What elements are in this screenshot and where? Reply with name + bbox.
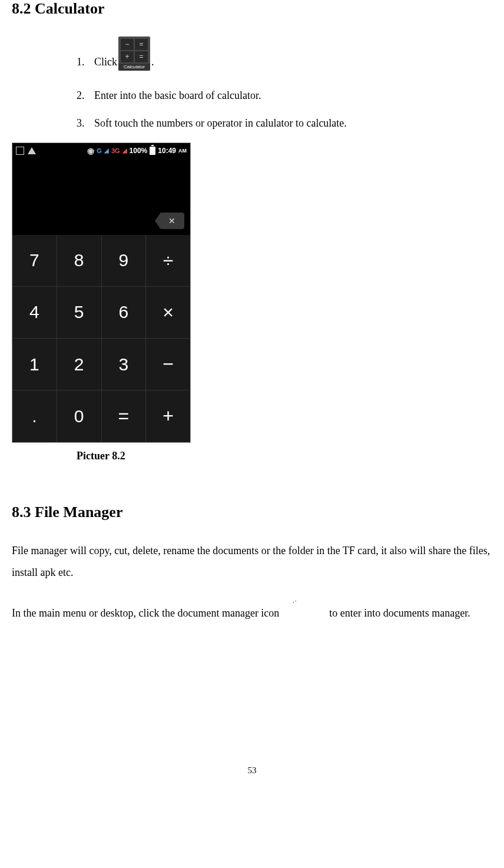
key-1[interactable]: 1 [12,339,57,390]
calc-icon-label: Calculator [118,64,150,71]
step-text-after: . [151,56,154,68]
notification-icon [16,147,24,155]
key-plus[interactable]: + [146,390,190,442]
calculator-app-icon: − = + = Calculator [118,37,150,71]
battery-icon [150,147,155,155]
step-text: Enter into the basic board of calculator… [94,87,261,104]
key-7[interactable]: 7 [12,235,57,286]
calculator-steps: 1. Click − = + = Calculator . 2. Enter i… [12,37,492,132]
step-text-before: Click [94,56,117,68]
key-5[interactable]: 5 [57,287,101,338]
step-text: Soft touch the numbers or operator in ca… [94,115,347,132]
backspace-icon: ✕ [168,216,175,226]
step-number: 3. [77,115,94,132]
calc-icon-cell: + [121,51,134,62]
key-8[interactable]: 8 [57,235,101,286]
step-number: 1. [77,54,94,71]
signal-3g-label: 3G [111,147,120,154]
step-number: 2. [77,87,94,104]
key-0[interactable]: 0 [57,390,101,442]
step-2: 2. Enter into the basic board of calcula… [77,87,492,104]
key-9[interactable]: 9 [102,235,146,286]
backspace-button[interactable]: ✕ [160,213,184,229]
file-manager-para2: In the main menu or desktop, click the d… [12,598,492,630]
step-1: 1. Click − = + = Calculator . [77,37,492,71]
status-time: 10:49 [158,147,176,155]
warning-icon [28,147,36,154]
key-minus[interactable]: − [146,339,190,390]
calculator-screenshot: ◉ G ◢ 3G ◢ 100% 10:49 AM ✕ 7 8 9 ÷ 4 5 6… [12,143,191,443]
key-6[interactable]: 6 [102,287,146,338]
figure-caption: Pictuer 8.2 [12,450,492,462]
calculator-keypad: 7 8 9 ÷ 4 5 6 × 1 2 3 − . 0 = + [12,235,190,442]
file-manager-app-icon: File Manager [284,598,324,630]
calc-icon-cell: − [121,39,134,50]
key-3[interactable]: 3 [102,339,146,390]
status-bar: ◉ G ◢ 3G ◢ 100% 10:49 AM [12,143,190,158]
heading-calculator: 8.2 Calculator [12,0,492,18]
key-equals[interactable]: = [102,390,146,442]
calc-icon-cell: = [135,51,148,62]
battery-percent: 100% [130,147,148,155]
step-3: 3. Soft touch the numbers or operator in… [77,115,492,132]
signal-g-label: G [97,147,102,154]
key-multiply[interactable]: × [146,287,190,338]
para2-before: In the main menu or desktop, click the d… [12,607,282,619]
key-divide[interactable]: ÷ [146,235,190,286]
status-ampm: AM [178,148,187,154]
page-number: 53 [12,766,492,787]
wifi-icon: ◉ [87,146,94,155]
key-decimal[interactable]: . [12,390,57,442]
signal-icon: ◢ [104,147,109,154]
calc-icon-cell: = [135,39,148,50]
heading-file-manager: 8.3 File Manager [12,503,492,521]
file-manager-para1: File manager will copy, cut, delete, ren… [12,540,492,585]
key-4[interactable]: 4 [12,287,57,338]
key-2[interactable]: 2 [57,339,101,390]
calculator-display[interactable]: ✕ [12,158,190,235]
signal-icon: ◢ [122,147,127,154]
para2-after: to enter into documents manager. [327,607,470,619]
